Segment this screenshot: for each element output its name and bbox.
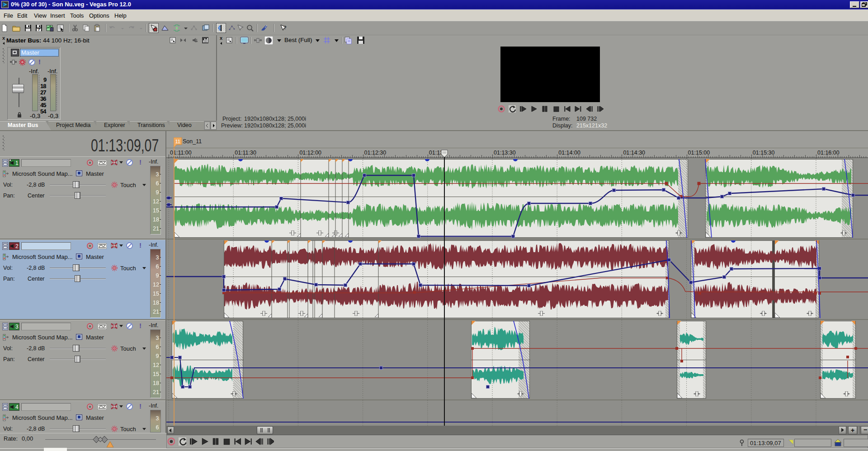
svg-text:?: ? (283, 25, 287, 30)
svg-text:?: ? (38, 27, 40, 32)
svg-text:11: 11 (175, 139, 180, 144)
